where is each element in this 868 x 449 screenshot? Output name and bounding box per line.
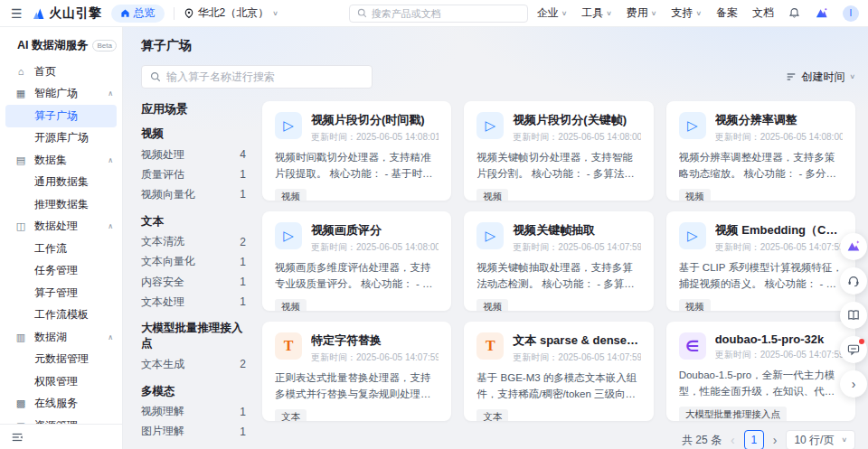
sidebar-nav: ⌂首页 ▦智能广场∧ 算子广场 开源库广场 ▤数据集∧ 通用数据集 推理数据集 … (0, 61, 122, 424)
card-title: 视频关键帧抽取 (513, 222, 640, 239)
filter-item[interactable]: 文本生成2 (141, 354, 246, 374)
global-search-input[interactable] (372, 8, 520, 19)
divider (174, 7, 175, 20)
sidebar-item-label: 通用数据集 (34, 174, 89, 190)
region-selector[interactable]: 华北2（北京） ∨ (184, 5, 278, 21)
operator-card[interactable]: ∈ doubao-1.5-pro-32k 更新时间：2025-06-05 14:… (666, 322, 855, 421)
filter-item[interactable]: 内容安全1 (141, 272, 246, 292)
sidebar-group-dataset[interactable]: ▤数据集∧ (0, 149, 122, 172)
topbar: ☰ 火山引擎 总览 华北2（北京） ∨ 企业∨ 工具∨ 费用∨ 支持∨ 备案 文… (0, 0, 868, 27)
filter-item[interactable]: 文本向量化1 (141, 252, 246, 272)
sidebar-item-label: 工作流 (34, 241, 67, 257)
brand-logo[interactable]: 火山引擎 (32, 5, 102, 22)
current-page-button[interactable]: 1 (744, 430, 764, 449)
sidebar-item-metadata-management[interactable]: 元数据管理 (0, 349, 122, 371)
sidebar-item-workflow-template[interactable]: 工作流模板 (0, 304, 122, 327)
sidebar-item-opensource-plaza[interactable]: 开源库广场 (0, 127, 122, 150)
filter-item[interactable]: 视频理解1 (141, 402, 246, 422)
sidebar-group-data-processing[interactable]: ◫数据处理∧ (0, 216, 122, 239)
sidebar-collapse-button[interactable] (0, 424, 122, 449)
sidebar-item-task-management[interactable]: 任务管理 (0, 260, 122, 283)
filter-item[interactable]: 文本处理1 (141, 292, 246, 312)
sidebar: AI 数据湖服务 Beta ⌂首页 ▦智能广场∧ 算子广场 开源库广场 ▤数据集… (0, 27, 123, 449)
filter-count: 1 (240, 276, 246, 288)
sidebar-item-home[interactable]: ⌂首页 (0, 61, 122, 83)
card-tag: 视频 (679, 299, 711, 311)
filter-count: 1 (240, 168, 246, 181)
card-title: 视频画质评分 (311, 222, 439, 239)
operator-card[interactable]: ▷ 视频 Embedding（CLIP 系... 更新时间：2025-06-05… (666, 211, 855, 311)
chevron-up-icon: ∧ (108, 89, 113, 98)
nav-icp[interactable]: 备案 (716, 5, 738, 21)
pagination: 共 25 条 ‹ 1 › 10 行/页 ∨ (262, 430, 855, 449)
operator-search[interactable] (141, 65, 373, 89)
nav-support[interactable]: 支持∨ (671, 5, 702, 21)
user-avatar[interactable]: I (843, 5, 859, 22)
nav-billing[interactable]: 费用∨ (627, 5, 657, 21)
card-tag: 大模型批量推理接入点 (679, 407, 787, 421)
text-T-icon: T (476, 332, 504, 360)
sidebar-item-operator-plaza[interactable]: 算子广场 (5, 105, 117, 127)
sort-control[interactable]: 创建时间 ∨ (786, 70, 855, 85)
page-title: 算子广场 (141, 38, 855, 54)
overview-button[interactable]: 总览 (111, 5, 165, 23)
operator-card[interactable]: ▷ 视频片段切分(关键帧) 更新时间：2025-06-05 14:08:00 视… (464, 101, 653, 201)
card-tag: 视频 (275, 299, 307, 311)
filter-item[interactable]: 文本清洗2 (141, 232, 246, 252)
card-title: doubao-1.5-pro-32k (715, 332, 843, 346)
hamburger-menu-icon[interactable]: ☰ (11, 6, 23, 21)
sidebar-item-label: 首页 (34, 64, 56, 80)
nav-tools[interactable]: 工具∨ (581, 5, 612, 21)
ai-mountain-icon (845, 239, 862, 255)
sidebar-item-operator-management[interactable]: 算子管理 (0, 282, 122, 304)
next-page-button[interactable]: › (773, 434, 778, 446)
page-size-select[interactable]: 10 行/页 ∨ (786, 430, 855, 449)
ai-assistant-button[interactable] (840, 233, 867, 260)
sidebar-group-data-lake[interactable]: ▥数据湖∧ (0, 326, 122, 349)
notification-bell-icon[interactable] (788, 7, 800, 19)
collapse-panel-button[interactable]: › (840, 370, 867, 398)
operator-card[interactable]: ▷ 视频画质评分 更新时间：2025-06-05 14:08:00 视频画质多维… (262, 211, 451, 311)
card-description: 视频关键帧抽取处理器，支持多算法动态检测。 核心功能： - 多算法支持： · 像… (476, 260, 640, 293)
sidebar-item-label: 元数据管理 (34, 351, 89, 367)
sidebar-item-label: 算子管理 (34, 285, 78, 301)
filter-item[interactable]: 质量评估1 (141, 164, 246, 184)
sidebar-item-resource-management[interactable]: ▢资源管理 (0, 415, 122, 424)
product-header[interactable]: AI 数据湖服务 Beta (0, 27, 122, 61)
sidebar-item-general-dataset[interactable]: 通用数据集 (0, 172, 122, 194)
sidebar-item-workflow[interactable]: 工作流 (0, 238, 122, 260)
video-play-icon: ▷ (476, 222, 504, 249)
filter-panel: 应用场景 视频 视频处理4 质量评估1 视频向量化1 文本 文本清洗2 文本向量… (141, 101, 246, 449)
nav-docs[interactable]: 文档 (752, 5, 774, 21)
operator-search-input[interactable] (166, 70, 363, 83)
console-mini-logo-icon[interactable] (815, 6, 828, 20)
operator-card[interactable]: T 特定字符替换 更新时间：2025-06-05 14:07:59 正则表达式批… (262, 322, 451, 421)
nav-enterprise[interactable]: 企业∨ (537, 5, 568, 21)
sidebar-item-permission-management[interactable]: 权限管理 (0, 370, 122, 393)
customer-service-button[interactable] (840, 267, 867, 295)
operator-card[interactable]: ▷ 视频关键帧抽取 更新时间：2025-06-05 14:07:59 视频关键帧… (464, 211, 653, 311)
chevron-down-icon: ∨ (561, 10, 568, 17)
sidebar-item-label: 推理数据集 (34, 197, 89, 212)
feedback-button[interactable] (840, 336, 867, 363)
operator-card[interactable]: ▷ 视频片段切分(时间戳) 更新时间：2025-06-05 14:08:01 视… (262, 101, 451, 201)
filter-count: 1 (240, 188, 246, 201)
sidebar-item-label: 数据处理 (34, 219, 78, 234)
sidebar-item-inference-dataset[interactable]: 推理数据集 (0, 193, 122, 216)
filter-item[interactable]: 视频处理4 (141, 145, 246, 164)
docs-button[interactable] (840, 302, 867, 329)
sidebar-group-smart-plaza[interactable]: ▦智能广场∧ (0, 83, 122, 106)
filter-group-llm: 大模型批量推理接入点 (141, 321, 246, 351)
filter-title: 应用场景 (141, 101, 246, 117)
prev-page-button[interactable]: ‹ (731, 434, 735, 446)
filter-item[interactable]: 图片理解1 (141, 422, 246, 442)
filter-group-multimodal: 多模态 (141, 384, 246, 399)
sidebar-item-online-service[interactable]: ▩在线服务 (0, 393, 122, 416)
operator-card[interactable]: ▷ 视频分辨率调整 更新时间：2025-06-05 14:08:00 视频分辨率… (666, 101, 855, 201)
operator-card[interactable]: T 文本 sparse & dense embed... 更新时间：2025-0… (464, 322, 653, 421)
sidebar-item-label: 开源库广场 (34, 130, 89, 145)
filter-item[interactable]: 视频向量化1 (141, 184, 246, 204)
global-search[interactable] (349, 5, 528, 23)
card-description: 视频时间戳切分处理器，支持精准片段提取。 核心功能： - 基于时间戳精确切分视频… (275, 150, 439, 182)
dataset-icon: ▤ (14, 154, 27, 166)
